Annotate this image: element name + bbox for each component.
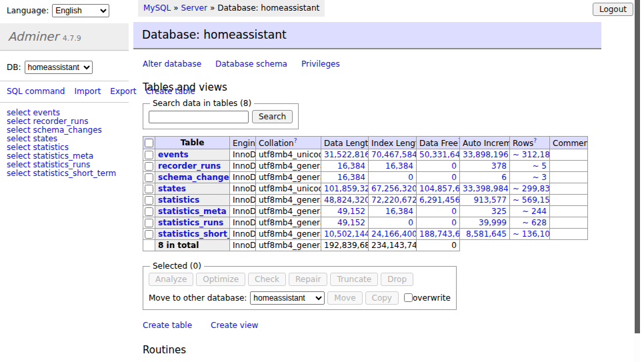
create-table-link[interactable]: Create table [143,321,192,330]
rows-count-link[interactable]: ~ 628 [513,218,547,227]
auto-increment-link[interactable]: 33,398,984 [463,184,507,193]
table-link[interactable]: states [158,184,186,193]
data-length-link[interactable]: 49,152 [324,218,365,227]
auto-increment-link[interactable]: 325 [463,207,507,216]
table-link[interactable]: schema_changes [158,173,230,182]
logout-button[interactable]: Logout [593,3,633,16]
column-header-data-free: Data Free? [417,137,460,149]
row-checkbox[interactable] [145,207,153,216]
drop-button[interactable]: Drop [381,273,413,286]
scrollbar-thumb[interactable] [635,0,640,333]
check-button[interactable]: Check [248,273,286,286]
rows-count-link[interactable]: ~ 312,180 [513,150,547,159]
rows-count-link[interactable]: ~ 136,108 [513,229,547,239]
index-length-link[interactable]: 16,384 [371,161,413,171]
data-free-link[interactable]: 0 [419,218,457,227]
sidebar-item-select-events[interactable]: select events [7,108,60,117]
sidebar-item-select-states[interactable]: select states [7,134,57,143]
table-link[interactable]: statistics_meta [158,207,227,216]
search-input[interactable] [149,111,249,123]
auto-increment-link[interactable]: 6 [463,173,507,182]
data-length-link[interactable]: 10,502,144 [324,229,365,239]
data-length-link[interactable]: 49,152 [324,207,365,216]
row-checkbox[interactable] [145,196,153,205]
table-link[interactable]: statistics_runs [158,218,223,227]
data-length-link[interactable]: 16,384 [324,173,365,182]
sidebar-item-select-statistics[interactable]: select statistics [7,143,69,152]
row-checkbox[interactable] [145,162,153,171]
rows-count-link[interactable]: ~ 3 [513,173,547,182]
sidebar-item-select-statistics-short-term[interactable]: select statistics_short_term [7,169,116,178]
app-version: 4.7.9 [63,34,81,43]
data-free-link[interactable]: 104,857,600 [419,184,457,193]
auto-increment-link[interactable]: 378 [463,161,507,171]
truncate-button[interactable]: Truncate [330,273,378,286]
index-length-link[interactable]: 0 [371,218,413,227]
sidebar-link-export[interactable]: Export [110,87,136,96]
row-checkbox[interactable] [145,230,153,239]
index-length-link[interactable]: 0 [371,173,413,182]
data-free-link[interactable]: 0 [419,173,457,182]
row-checkbox[interactable] [145,219,153,227]
data-length-link[interactable]: 16,384 [324,161,365,171]
auto-increment-link[interactable]: 33,898,196 [463,150,507,159]
rows-count-link[interactable]: ~ 5 [513,161,547,171]
comment-cell [550,172,588,183]
sidebar-item-select-statistics-meta[interactable]: select statistics_meta [7,151,93,161]
auto-increment-link[interactable]: 913,577 [463,195,507,205]
move-db-select[interactable]: homeassistant [250,291,325,305]
table-link[interactable]: statistics [158,195,199,205]
sidebar-link-sql-command[interactable]: SQL command [7,87,65,96]
data-free-link[interactable]: 50,331,648 [419,150,457,159]
data-length-link[interactable]: 31,522,816 [324,150,365,159]
alter-database-link[interactable]: Alter database [143,59,201,69]
index-length-link[interactable]: 70,467,584 [371,150,413,159]
index-length-link[interactable]: 72,220,672 [371,195,413,205]
data-length-link[interactable]: 48,824,320 [324,195,365,205]
privileges-link[interactable]: Privileges [301,59,340,69]
data-length-link[interactable]: 101,859,328 [324,184,365,193]
help-link[interactable]: ? [294,137,297,144]
auto-increment-link[interactable]: 8,581,645 [463,229,507,239]
move-button[interactable]: Move [327,291,362,305]
index-length-link[interactable]: 67,256,320 [371,184,413,193]
overwrite-checkbox[interactable] [404,293,413,302]
sidebar-item-select-statistics-runs[interactable]: select statistics_runs [7,160,90,169]
rows-count-link[interactable]: ~ 244 [513,207,547,216]
db-select[interactable]: homeassistant [25,61,93,74]
collation-cell: utf8mb4_unicode_ci [256,183,321,195]
row-checkbox[interactable] [145,185,153,193]
rows-count-link[interactable]: ~ 569,159 [513,195,547,205]
search-button[interactable]: Search [252,110,293,123]
table-link[interactable]: recorder_runs [158,161,221,171]
repair-button[interactable]: Repair [289,273,327,286]
row-checkbox[interactable] [145,151,153,159]
language-select[interactable]: English [52,4,109,17]
copy-button[interactable]: Copy [365,291,399,305]
analyze-button[interactable]: Analyze [149,273,193,286]
column-header-rows: Rows? [510,137,550,149]
select-all-checkbox[interactable] [145,139,153,147]
help-link[interactable]: ? [533,137,537,144]
table-link[interactable]: statistics_short_term [158,229,230,239]
data-free-link[interactable]: 0 [419,207,457,216]
index-length-link[interactable]: 16,384 [371,207,413,216]
sidebar-link-import[interactable]: Import [74,87,101,96]
optimize-button[interactable]: Optimize [196,273,245,286]
database-schema-link[interactable]: Database schema [215,59,287,69]
breadcrumb-server-link[interactable]: Server [181,3,207,13]
breadcrumb-mysql-link[interactable]: MySQL [143,3,171,13]
data-free-link[interactable]: 0 [419,161,457,171]
rows-count-link[interactable]: ~ 299,833 [513,184,547,193]
auto-increment-link[interactable]: 39,999 [463,218,507,227]
comment-cell [550,217,588,229]
data-free-link[interactable]: 188,743,680 [419,229,457,239]
index-length-link[interactable]: 24,166,400 [371,229,413,239]
sidebar-item-select-recorder-runs[interactable]: select recorder_runs [7,117,89,126]
row-checkbox[interactable] [145,173,153,182]
table-header-row: Table Engine? Collation? Data Length? In… [143,137,588,149]
sidebar-item-select-schema-changes[interactable]: select schema_changes [7,125,102,135]
table-link[interactable]: events [158,150,189,159]
create-view-link[interactable]: Create view [211,321,258,330]
data-free-link[interactable]: 6,291,456 [419,195,457,205]
